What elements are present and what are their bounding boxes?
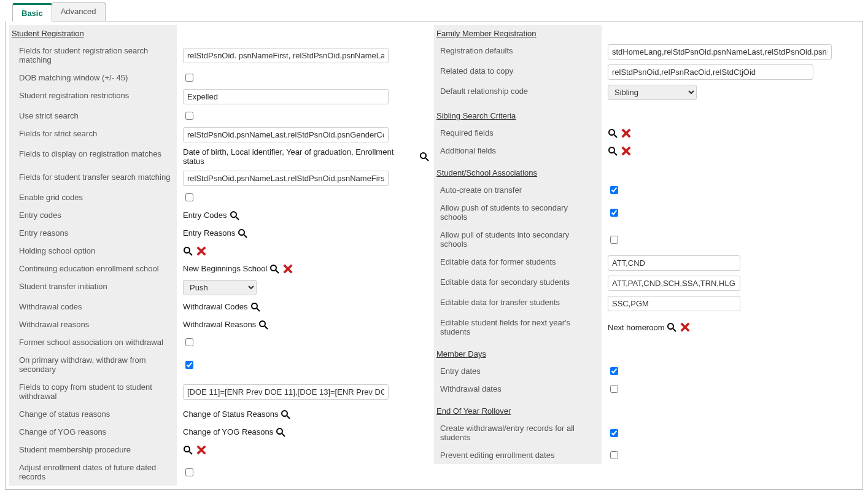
label-holding-school: Holding school option	[9, 242, 177, 260]
label-entry-codes: Entry codes	[9, 206, 177, 224]
checkbox-dob-window[interactable]	[185, 74, 193, 82]
input-fields-search-matching[interactable]	[183, 48, 389, 63]
checkbox-withdrawal-dates[interactable]	[610, 385, 618, 393]
select-default-rel[interactable]: Sibling	[608, 85, 697, 100]
label-former-school-wd: Former school association on withdrawal	[9, 333, 177, 351]
search-icon[interactable]	[258, 320, 268, 330]
clear-icon[interactable]	[620, 145, 632, 157]
label-copy-fields-wd: Fields to copy from student to student w…	[9, 378, 177, 405]
text-withdrawal-reasons: Withdrawal Reasons	[183, 320, 256, 329]
input-copy-fields-wd[interactable]	[183, 384, 389, 400]
label-editable-secondary: Editable data for secondary students	[434, 273, 602, 293]
checkbox-auto-create[interactable]	[610, 186, 618, 194]
input-restrictions[interactable]	[183, 89, 389, 104]
label-editable-nextyear: Editable student fields for next year's …	[434, 314, 602, 341]
checkbox-enable-grid[interactable]	[185, 193, 193, 201]
label-additional-fields: Additional fields	[434, 142, 602, 160]
search-icon[interactable]	[608, 146, 618, 156]
search-icon[interactable]	[183, 246, 193, 256]
checkbox-adjust-future-dates[interactable]	[185, 468, 193, 476]
checkbox-entry-dates[interactable]	[610, 367, 618, 375]
label-create-wd-entry: Create withdrawal/entry records for all …	[434, 419, 602, 446]
input-transfer-matching[interactable]	[183, 171, 389, 186]
text-withdrawal-codes: Withdrawal Codes	[183, 302, 248, 311]
label-prevent-editing: Prevent editing enrollment dates	[434, 446, 602, 464]
search-icon[interactable]	[419, 152, 429, 161]
label-transfer-init: Student transfer initiation	[9, 277, 177, 298]
text-display-on-matches: Date of birth, Local identifier, Year of…	[183, 147, 417, 166]
input-editable-former[interactable]	[608, 255, 740, 271]
label-allow-push: Allow push of students to secondary scho…	[434, 199, 602, 226]
section-member-days: Member Days	[434, 341, 602, 362]
label-default-rel: Default relationship code	[434, 82, 602, 103]
label-enable-grid: Enable grid codes	[9, 188, 177, 206]
input-editable-secondary[interactable]	[608, 276, 740, 291]
label-entry-dates: Entry dates	[434, 362, 602, 380]
search-icon[interactable]	[183, 445, 193, 455]
select-transfer-init[interactable]: Push	[183, 280, 257, 295]
search-icon[interactable]	[230, 211, 239, 220]
search-icon[interactable]	[608, 128, 618, 138]
search-icon[interactable]	[281, 409, 290, 419]
text-cont-ed-school: New Beginnings School	[183, 264, 267, 273]
clear-icon[interactable]	[282, 263, 294, 275]
label-cont-ed-school: Continuing education enrollment school	[9, 260, 177, 277]
label-dob-window: DOB matching window (+/- 45)	[9, 69, 177, 87]
text-editable-nextyear: Next homeroom	[608, 323, 664, 332]
tab-basic[interactable]: Basic	[12, 3, 52, 21]
label-adjust-future-dates: Adjust enrollment dates of future dated …	[9, 459, 177, 486]
checkbox-allow-pull[interactable]	[610, 236, 618, 244]
text-entry-reasons: Entry Reasons	[183, 228, 235, 238]
label-editable-transfer: Editable data for transfer students	[434, 293, 602, 314]
checkbox-create-wd-entry[interactable]	[610, 429, 618, 437]
section-student-school-assoc: Student/School Associations	[434, 160, 602, 181]
section-family-member-registration: Family Member Registration	[434, 25, 602, 42]
label-restrictions: Student registration restrictions	[9, 87, 177, 107]
checkbox-allow-push[interactable]	[610, 209, 618, 217]
label-related-copy: Related data to copy	[434, 62, 602, 82]
text-change-status: Change of Status Reasons	[183, 409, 278, 419]
label-transfer-matching: Fields for student transfer search match…	[9, 168, 177, 188]
section-student-registration: Student Registration	[9, 25, 177, 42]
label-primary-withdraw: On primary withdraw, withdraw from secon…	[9, 351, 177, 378]
clear-icon[interactable]	[679, 321, 691, 333]
label-editable-former: Editable data for former students	[434, 253, 602, 273]
checkbox-former-school-wd[interactable]	[185, 338, 193, 346]
clear-icon[interactable]	[195, 245, 207, 257]
search-icon[interactable]	[667, 322, 676, 332]
input-editable-transfer[interactable]	[608, 296, 740, 311]
label-strict-fields: Fields for strict search	[9, 125, 177, 145]
clear-icon[interactable]	[195, 444, 207, 456]
search-icon[interactable]	[238, 228, 247, 238]
section-eoy-rollover: End Of Year Rollover	[434, 398, 602, 419]
checkbox-primary-withdraw[interactable]	[185, 361, 193, 369]
label-display-on-matches: Fields to display on registration matche…	[9, 145, 177, 168]
label-membership-proc: Student membership procedure	[9, 441, 177, 459]
label-reg-defaults: Registration defaults	[434, 42, 602, 62]
checkbox-strict-search[interactable]	[185, 112, 193, 120]
input-related-copy[interactable]	[608, 64, 813, 80]
text-entry-codes: Entry Codes	[183, 211, 227, 220]
tab-bar: Basic Advanced	[12, 2, 863, 21]
checkbox-prevent-editing[interactable]	[610, 451, 618, 459]
clear-icon[interactable]	[620, 127, 632, 139]
tab-advanced[interactable]: Advanced	[52, 2, 106, 21]
input-reg-defaults[interactable]	[608, 44, 832, 60]
label-withdrawal-reasons: Withdrawal reasons	[9, 316, 177, 333]
label-change-status: Change of status reasons	[9, 405, 177, 423]
label-required-fields: Required fields	[434, 124, 602, 142]
text-change-yog: Change of YOG Reasons	[183, 427, 273, 436]
input-strict-fields[interactable]	[183, 127, 389, 142]
label-entry-reasons: Entry reasons	[9, 224, 177, 242]
label-withdrawal-codes: Withdrawal codes	[9, 298, 177, 316]
search-icon[interactable]	[276, 427, 285, 437]
search-icon[interactable]	[269, 264, 279, 274]
label-auto-create: Auto-create on transfer	[434, 181, 602, 199]
label-allow-pull: Allow pull of students into secondary sc…	[434, 226, 602, 253]
label-fields-search-matching: Fields for student registration search m…	[9, 42, 177, 69]
section-sibling-search: Sibling Search Criteria	[434, 103, 602, 124]
label-change-yog: Change of YOG reasons	[9, 423, 177, 441]
label-withdrawal-dates: Withdrawal dates	[434, 380, 602, 398]
search-icon[interactable]	[250, 302, 260, 312]
label-strict-search: Use strict search	[9, 107, 177, 125]
